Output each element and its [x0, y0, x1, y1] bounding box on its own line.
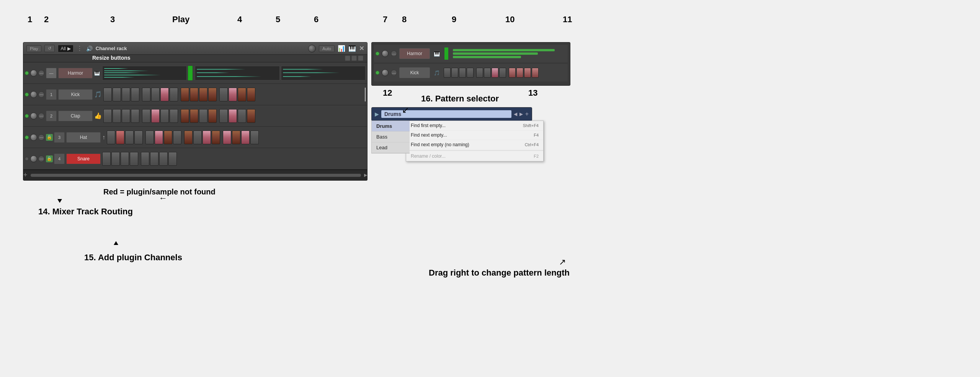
mx-step-k-12[interactable] [532, 68, 539, 78]
mx-step-k-7[interactable] [492, 68, 498, 78]
channel-lock-hat[interactable]: 🔒 [46, 134, 53, 141]
step-h-11[interactable] [203, 131, 211, 144]
scroll-right-arrow[interactable]: ▶ [364, 173, 367, 178]
channel-led-kick[interactable] [25, 93, 29, 96]
step-k-14[interactable] [229, 88, 237, 101]
channel-number-snare[interactable]: 4 [54, 153, 65, 164]
add-channel-button[interactable]: + [23, 171, 28, 179]
all-dropdown[interactable]: All ▶ [58, 45, 73, 52]
channel-name-clap[interactable]: Clap [58, 111, 93, 121]
step-c-12[interactable] [208, 109, 217, 123]
step-s-8[interactable] [168, 152, 177, 166]
step-s-5[interactable] [141, 152, 149, 166]
horizontal-scrollbar[interactable] [31, 174, 361, 177]
mx-knob-harmor[interactable] [382, 50, 389, 57]
mx-slider-h-1[interactable] [453, 49, 555, 51]
channel-name-harmor[interactable]: Harmor [58, 68, 93, 78]
ctx-find-next-no-naming[interactable]: Find next empty (no naming) Ctrl+F4 [406, 140, 543, 150]
step-h-5[interactable] [145, 131, 154, 144]
step-k-13[interactable] [219, 88, 228, 101]
channel-led-harmor[interactable] [25, 71, 29, 75]
channel-number-hat[interactable]: 3 [54, 132, 65, 143]
mx-slider-h-3[interactable] [453, 56, 521, 58]
channel-pan-clap[interactable]: — [38, 113, 44, 119]
channel-number-clap[interactable]: 2 [46, 111, 57, 121]
step-c-16[interactable] [247, 109, 255, 123]
pattern-next-arrow[interactable]: ▶ [519, 111, 523, 117]
sample-icon-kick[interactable]: 🎵 [94, 91, 102, 98]
step-k-9[interactable] [181, 88, 189, 101]
channel-pan-kick[interactable]: — [38, 91, 44, 98]
resize-btn-3[interactable] [358, 55, 363, 61]
step-h-7[interactable] [164, 131, 172, 144]
step-k-7[interactable] [160, 88, 169, 101]
step-s-2[interactable] [111, 152, 120, 166]
step-c-5[interactable] [142, 109, 150, 123]
step-c-2[interactable] [113, 109, 121, 123]
mx-led-harmor[interactable] [376, 52, 379, 55]
channel-pan-harmor[interactable]: — [38, 70, 44, 76]
channel-vol-knob-harmor[interactable] [30, 70, 37, 77]
step-k-4[interactable] [131, 88, 139, 101]
ctx-find-first-empty[interactable]: Find first empty... Shift+F4 [406, 121, 543, 131]
step-s-4[interactable] [130, 152, 138, 166]
harmor-pattern-3[interactable] [281, 66, 366, 80]
step-k-16[interactable] [247, 88, 255, 101]
mx-step-k-1[interactable] [444, 68, 451, 78]
step-k-6[interactable] [151, 88, 160, 101]
step-h-1[interactable] [107, 131, 115, 144]
channel-lock-snare[interactable]: 🔒 [46, 155, 53, 162]
step-h-12[interactable] [212, 131, 220, 144]
channel-name-kick[interactable]: Kick [58, 89, 93, 100]
step-h-13[interactable] [223, 131, 231, 144]
channel-vol-knob-clap[interactable] [30, 113, 37, 119]
step-k-1[interactable] [103, 88, 112, 101]
channel-pan-hat[interactable]: — [38, 134, 44, 140]
channel-vol-knob-snare[interactable] [30, 155, 37, 162]
pattern-play-button[interactable]: ▶ [375, 111, 379, 117]
mx-name-harmor[interactable]: Harmor [399, 48, 430, 59]
channel-led-hat[interactable] [25, 135, 29, 139]
step-h-16[interactable] [250, 131, 259, 144]
piano-icon-harmor[interactable]: 🎹 [94, 70, 100, 76]
resize-btn-1[interactable] [345, 55, 350, 61]
mx-step-k-9[interactable] [509, 68, 516, 78]
pattern-name[interactable]: Drums [381, 110, 511, 118]
mx-step-k-4[interactable] [467, 68, 474, 78]
sample-icon-clap[interactable]: 👍 [94, 112, 102, 119]
mx-led-kick[interactable] [376, 71, 379, 75]
mx-slider-h-2[interactable] [453, 52, 538, 55]
step-c-10[interactable] [190, 109, 198, 123]
eq-icon[interactable]: 📊 [338, 45, 345, 52]
mx-step-k-10[interactable] [516, 68, 523, 78]
pattern-item-drums[interactable]: Drums [372, 121, 410, 132]
step-h-3[interactable] [125, 131, 134, 144]
channel-name-hat[interactable]: Hat [66, 132, 101, 143]
pattern-length-handle[interactable] [188, 66, 193, 80]
channel-pan-snare[interactable]: — [38, 156, 44, 162]
step-c-13[interactable] [219, 109, 228, 123]
step-h-15[interactable] [241, 131, 250, 144]
mx-step-k-11[interactable] [524, 68, 531, 78]
step-h-2[interactable] [116, 131, 124, 144]
step-s-3[interactable] [121, 152, 129, 166]
auto-button[interactable]: Auto [319, 45, 335, 52]
volume-knob[interactable] [308, 45, 316, 52]
pattern-prev-arrow[interactable]: ◀ [514, 111, 517, 117]
step-s-6[interactable] [150, 152, 158, 166]
step-h-9[interactable] [184, 131, 193, 144]
step-h-10[interactable] [193, 131, 202, 144]
mx-name-kick[interactable]: Kick [399, 67, 430, 78]
step-k-8[interactable] [170, 88, 178, 101]
pattern-item-lead[interactable]: Lead [372, 142, 410, 153]
step-k-15[interactable] [238, 88, 246, 101]
mx-step-k-2[interactable] [451, 68, 458, 78]
undo-button[interactable]: ↺ [44, 45, 55, 52]
step-k-5[interactable] [142, 88, 150, 101]
channel-vol-knob-hat[interactable] [30, 134, 37, 141]
step-k-2[interactable] [113, 88, 121, 101]
sample-icon-hat[interactable]: ↑ [102, 134, 105, 141]
step-k-12[interactable] [208, 88, 217, 101]
step-s-7[interactable] [159, 152, 168, 166]
pattern-add-button[interactable]: + [525, 111, 529, 118]
